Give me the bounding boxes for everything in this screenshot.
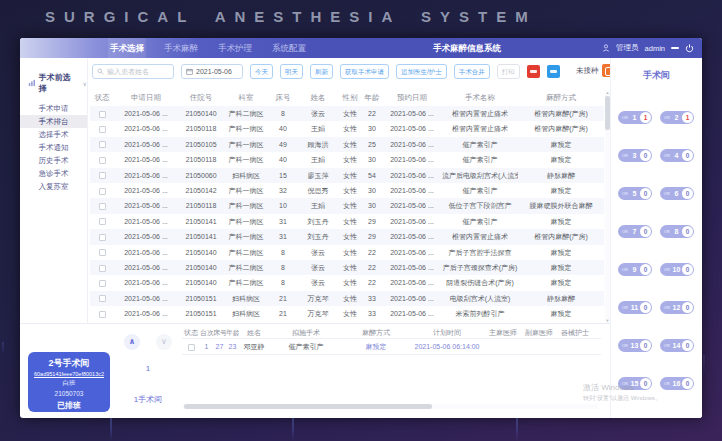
or-room-chip[interactable]: OR 16 0 bbox=[660, 377, 694, 390]
row-checkbox[interactable] bbox=[99, 172, 106, 179]
horizontal-scrollbar[interactable] bbox=[182, 404, 598, 409]
col-header: 预约日期 bbox=[382, 90, 442, 106]
table-row[interactable]: 2021-05-06 ... 21050151 妇科病区 21 万克琴 女性 3… bbox=[90, 291, 604, 306]
add-staff-button[interactable]: 追加医生/护士 bbox=[396, 64, 447, 79]
tomorrow-button[interactable]: 明天 bbox=[280, 64, 303, 79]
table-row[interactable]: 2021-05-06 ... 21050141 产科一病区 31 刘玉丹 女性 … bbox=[90, 229, 604, 244]
or-room-chip[interactable]: OR 4 0 bbox=[660, 149, 694, 162]
table-row[interactable]: 2021-05-06 ... 21050142 产科一病区 32 倪思秀 女性 … bbox=[90, 183, 604, 198]
row-checkbox[interactable] bbox=[99, 249, 106, 256]
table-row[interactable]: 1 27 23 邓亚静 催产素引产 麻预定 2021-05-06 06:14:0… bbox=[182, 339, 601, 355]
or-room-chip[interactable]: OR 8 0 bbox=[660, 225, 694, 238]
fetch-requests-button[interactable]: 获取手术申请 bbox=[340, 64, 389, 79]
or-room-number: 4 bbox=[671, 152, 682, 159]
nav-tab[interactable]: 手术麻醉 bbox=[162, 38, 200, 58]
red-badge-icon[interactable] bbox=[527, 65, 540, 78]
col-header: 麻醉方式 bbox=[343, 326, 409, 338]
or-room-count: 0 bbox=[682, 226, 693, 237]
cell-inpatient-no: 21050140 bbox=[178, 245, 224, 260]
row-checkbox[interactable] bbox=[99, 141, 106, 148]
table-row[interactable]: 2021-05-06 ... 21050140 产科二病区 8 张云 女性 22… bbox=[90, 275, 604, 290]
row-checkbox[interactable] bbox=[99, 265, 106, 272]
or-room-prefix: OR bbox=[664, 229, 670, 234]
row-checkbox[interactable] bbox=[99, 126, 106, 133]
table-row[interactable]: 2021-05-06 ... 21050105 产科一病区 49 顾海洪 女性 … bbox=[90, 137, 604, 152]
cell-inpatient-no: 21050141 bbox=[178, 229, 224, 244]
nav-tab[interactable]: 手术选择 bbox=[108, 38, 146, 58]
or-room-chip[interactable]: OR 14 0 bbox=[660, 339, 694, 352]
or-room-prefix: OR bbox=[622, 229, 628, 234]
table-row[interactable]: 2021-05-06 ... 21050118 产科一病区 40 王娟 女性 3… bbox=[90, 121, 604, 136]
cell-reserve-date: 2021-05-06 ... bbox=[382, 183, 442, 198]
table-row[interactable]: 2021-05-06 ... 21050118 产科一病区 10 王娟 女性 3… bbox=[90, 198, 604, 213]
nav-tab[interactable]: 系统配置 bbox=[270, 38, 308, 58]
or-room-chip[interactable]: OR 10 0 bbox=[660, 263, 694, 276]
row-checkbox[interactable] bbox=[99, 218, 106, 225]
today-button[interactable]: 今天 bbox=[250, 64, 273, 79]
row-checkbox[interactable] bbox=[99, 157, 106, 164]
date-picker[interactable]: 2021-05-06 bbox=[181, 64, 243, 79]
merge-surgery-button[interactable]: 手术合并 bbox=[454, 64, 490, 79]
sidebar-item[interactable]: 历史手术 bbox=[20, 154, 87, 167]
or-room-chip[interactable]: OR 12 0 bbox=[660, 301, 694, 314]
cell-department: 妇科病区 bbox=[224, 306, 268, 321]
or-room-number: 5 bbox=[629, 190, 640, 197]
row-checkbox[interactable] bbox=[99, 295, 106, 302]
or-room-chip[interactable]: OR 15 0 bbox=[618, 377, 652, 390]
page-up-button[interactable]: ∧ bbox=[124, 334, 140, 350]
cell-anesthesia: 椎管内麻醉(产房) bbox=[518, 121, 604, 136]
sidebar-header[interactable]: 手术前选择 ∨ bbox=[28, 72, 87, 94]
or-room-chip[interactable]: OR 6 0 bbox=[660, 187, 694, 200]
sidebar-item[interactable]: 选择手术 bbox=[20, 128, 87, 141]
table-row[interactable]: 2021-05-06 ... 21050151 妇科病区 21 万克琴 女性 3… bbox=[90, 306, 604, 321]
or-room-chip[interactable]: OR 13 0 bbox=[618, 339, 652, 352]
or-room-chip[interactable]: OR 7 0 bbox=[618, 225, 652, 238]
table-row[interactable]: 2021-05-06 ... 21050141 产科一病区 31 刘玉丹 女性 … bbox=[90, 214, 604, 229]
or-room-number: 14 bbox=[671, 342, 682, 349]
or-room-chip[interactable]: OR 9 0 bbox=[618, 263, 652, 276]
row-checkbox[interactable] bbox=[99, 280, 106, 287]
table-row[interactable]: 2021-05-06 ... 21050118 产科一病区 40 王娟 女性 3… bbox=[90, 152, 604, 167]
room-card-uid[interactable]: 60ad95141feee70ef80013c2 bbox=[28, 371, 110, 377]
refresh-button[interactable]: 刷新 bbox=[310, 64, 333, 79]
cell-anesthesia: 麻预定 bbox=[518, 275, 604, 290]
or-room-chip[interactable]: OR 5 0 bbox=[618, 187, 652, 200]
cell-sex: 女性 bbox=[338, 275, 362, 290]
minimize-icon[interactable] bbox=[671, 47, 679, 49]
sidebar-item[interactable]: 入复苏室 bbox=[20, 180, 87, 193]
power-icon[interactable] bbox=[685, 44, 694, 53]
search-input[interactable] bbox=[107, 68, 169, 75]
scrollbar-thumb[interactable] bbox=[184, 404, 432, 409]
decor-line bbox=[110, 418, 112, 441]
row-checkbox[interactable] bbox=[188, 344, 195, 351]
sidebar-item[interactable]: 急诊手术 bbox=[20, 167, 87, 180]
or-room-chip[interactable]: OR 2 1 bbox=[660, 111, 694, 124]
sidebar-item[interactable]: 手术申请 bbox=[20, 102, 87, 115]
page-down-button[interactable]: ∨ bbox=[156, 334, 172, 350]
cell-request-date: 2021-05-06 ... bbox=[114, 275, 178, 290]
table-row[interactable]: 2021-05-06 ... 21050140 产科二病区 8 张云 女性 22… bbox=[90, 260, 604, 275]
or-room-chip[interactable]: OR 3 0 bbox=[618, 149, 652, 162]
table-row[interactable]: 2021-05-06 ... 21050140 产科二病区 8 张云 女性 22… bbox=[90, 245, 604, 260]
or-room-prefix: OR bbox=[622, 115, 628, 120]
row-checkbox[interactable] bbox=[99, 188, 106, 195]
cell-bed: 21 bbox=[268, 306, 298, 321]
room-card[interactable]: 2号手术间 60ad95141feee70ef80013c2 白班 210507… bbox=[28, 352, 110, 412]
cell-department: 产科一病区 bbox=[224, 152, 268, 167]
or-room-chip[interactable]: OR 1 1 bbox=[618, 111, 652, 124]
print-button[interactable]: 打印 bbox=[497, 64, 520, 79]
table-row[interactable]: 2021-05-06 ... 21050060 妇科病区 15 廖玉萍 女性 5… bbox=[90, 168, 604, 183]
row-checkbox[interactable] bbox=[99, 111, 106, 118]
sidebar-item[interactable]: 手术通知 bbox=[20, 141, 87, 154]
row-checkbox[interactable] bbox=[99, 311, 106, 318]
cell-anesthesia: 麻预定 bbox=[518, 152, 604, 167]
row-checkbox[interactable] bbox=[99, 234, 106, 241]
cell-request-date: 2021-05-06 ... bbox=[114, 183, 178, 198]
blue-badge-icon[interactable] bbox=[547, 65, 560, 78]
nav-tab[interactable]: 手术护理 bbox=[216, 38, 254, 58]
sidebar-item[interactable]: 手术排台 bbox=[20, 115, 87, 128]
row-checkbox[interactable] bbox=[99, 203, 106, 210]
col-header: 年龄 bbox=[226, 326, 239, 338]
or-room-chip[interactable]: OR 11 0 bbox=[618, 301, 652, 314]
table-row[interactable]: 2021-05-06 ... 21050140 产科二病区 8 张云 女性 22… bbox=[90, 106, 604, 121]
